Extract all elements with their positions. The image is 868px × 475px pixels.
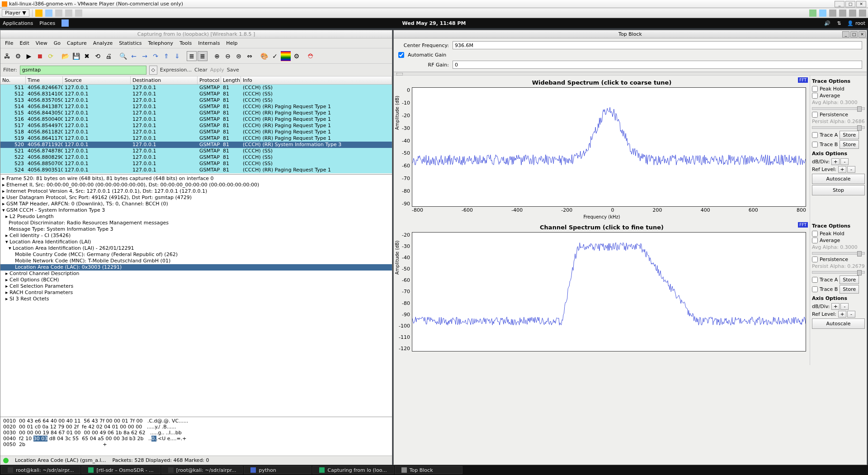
detail-line[interactable]: Mobile Network Code (MNC): T-Mobile Deut… bbox=[0, 258, 392, 264]
packet-row[interactable]: 5204056.87119200127.0.0.1127.0.0.1GSMTAP… bbox=[0, 142, 392, 148]
detail-line[interactable]: ▸ RACH Control Parameters bbox=[0, 290, 392, 296]
find-icon[interactable]: 🔍 bbox=[118, 51, 128, 61]
packet-row[interactable]: 5194056.86411700127.0.0.1127.0.0.1GSMTAP… bbox=[0, 135, 392, 142]
db-div-minus[interactable]: - bbox=[840, 158, 849, 165]
store-b-button[interactable]: Store bbox=[840, 140, 859, 149]
col-info[interactable]: Info bbox=[241, 76, 392, 84]
packet-row[interactable]: 5234056.88507000127.0.0.1127.0.0.1GSMTAP… bbox=[0, 161, 392, 167]
detail-line[interactable]: ▸ L2 Pseudo Length bbox=[0, 214, 392, 220]
detail-line[interactable]: ▸ Ethernet II, Src: 00:00:00_00:00:00 (0… bbox=[0, 182, 392, 188]
menu-statistics[interactable]: Statistics bbox=[116, 39, 144, 47]
detail-line[interactable]: Location Area Code (LAC): 0x3003 (12291) bbox=[0, 264, 392, 271]
vmware-min-button[interactable]: _ bbox=[835, 1, 844, 7]
detail-line[interactable]: ▸ Internet Protocol Version 4, Src: 127.… bbox=[0, 188, 392, 195]
trace-a-checkbox[interactable]: Trace A bbox=[812, 132, 838, 138]
channel-spectrum-plot[interactable]: Channel Spectrum (click to fine tune) FF… bbox=[394, 220, 810, 365]
ref-level-plus[interactable]: + bbox=[838, 311, 846, 318]
menu-analyze[interactable]: Analyze bbox=[90, 39, 115, 47]
coloring-rules-icon[interactable] bbox=[281, 51, 291, 61]
detail-line[interactable]: ▸ Cell Selection Parameters bbox=[0, 283, 392, 290]
packet-row[interactable]: 5114056.82466700127.0.0.1127.0.0.1GSMTAP… bbox=[0, 85, 392, 91]
colorize-icon[interactable]: ≣ bbox=[187, 51, 197, 61]
ref-level-minus[interactable]: - bbox=[847, 166, 855, 173]
go-last-icon[interactable]: ⇓ bbox=[172, 51, 182, 61]
fft-button[interactable]: FFT bbox=[798, 222, 808, 228]
packet-list[interactable]: 5114056.82466700127.0.0.1127.0.0.1GSMTAP… bbox=[0, 85, 392, 174]
taskbar-item[interactable]: root@kali: ~/sdr/airpr... bbox=[1, 466, 80, 474]
persist-alpha-slider[interactable] bbox=[812, 126, 865, 129]
zoom-out-icon[interactable]: ⊖ bbox=[223, 51, 233, 61]
taskbar-item[interactable]: [rtl-sdr – OsmoSDR - ... bbox=[81, 466, 160, 474]
help-icon[interactable]: ⛑ bbox=[306, 51, 316, 61]
ref-level-plus[interactable]: + bbox=[838, 166, 846, 173]
vmware-player-menu[interactable]: Player▼ bbox=[2, 9, 29, 17]
detail-line[interactable]: ▸ GSM TAP Header, ARFCN: 0 (Downlink), T… bbox=[0, 201, 392, 207]
vmware-device-icon[interactable] bbox=[839, 10, 846, 17]
detail-line[interactable]: ▸ SI 3 Rest Octets bbox=[0, 296, 392, 302]
filter-save-button[interactable]: Save bbox=[227, 67, 239, 73]
vmware-tool-icon[interactable] bbox=[65, 10, 72, 17]
menu-go[interactable]: Go bbox=[51, 39, 63, 47]
col-proto[interactable]: Protocol bbox=[198, 76, 221, 84]
capture-stop-icon[interactable]: ⏹ bbox=[35, 51, 45, 61]
center-freq-input[interactable] bbox=[453, 41, 862, 49]
preferences-icon[interactable]: ⚙ bbox=[292, 51, 302, 61]
col-src[interactable]: Source bbox=[63, 76, 131, 84]
detail-line[interactable]: Protocol Discriminator: Radio Resources … bbox=[0, 220, 392, 226]
vmware-device-icon[interactable] bbox=[809, 10, 816, 17]
persist-alpha-slider[interactable] bbox=[812, 271, 865, 274]
avg-alpha-slider[interactable] bbox=[812, 252, 865, 255]
menu-internals[interactable]: Internals bbox=[195, 39, 222, 47]
trace-b-checkbox[interactable]: Trace B bbox=[812, 286, 838, 292]
packet-row[interactable]: 5164056.85004000127.0.0.1127.0.0.1GSMTAP… bbox=[0, 116, 392, 123]
close-file-icon[interactable]: ✖ bbox=[82, 51, 92, 61]
detail-line[interactable]: Mobile Country Code (MCC): Germany (Fede… bbox=[0, 252, 392, 258]
detail-line[interactable]: ▾ Location Area Identification (LAI) bbox=[0, 239, 392, 245]
gnome-clock[interactable]: Wed May 29, 11:48 PM bbox=[402, 20, 466, 26]
menu-help[interactable]: Help bbox=[223, 39, 240, 47]
save-file-icon[interactable]: 💾 bbox=[71, 51, 81, 61]
col-no[interactable]: No. bbox=[0, 76, 26, 84]
trace-b-checkbox[interactable]: Trace B bbox=[812, 142, 838, 147]
vmware-close-button[interactable]: ✕ bbox=[856, 1, 866, 7]
packet-bytes-pane[interactable]: 0010 00 43 e6 64 40 00 40 11 56 43 7f 00… bbox=[0, 417, 392, 456]
filter-clear-button[interactable]: Clear bbox=[194, 67, 208, 73]
go-forward-icon[interactable]: → bbox=[140, 51, 150, 61]
expert-info-icon[interactable] bbox=[3, 458, 9, 463]
packet-row[interactable]: 5244056.89035100127.0.0.1127.0.0.1GSMTAP… bbox=[0, 167, 392, 173]
packet-row[interactable]: 5184056.86118200127.0.0.1127.0.0.1GSMTAP… bbox=[0, 129, 392, 135]
go-back-icon[interactable]: ← bbox=[129, 51, 139, 61]
taskbar-item[interactable]: Top Block bbox=[395, 466, 462, 474]
vmware-device-icon[interactable] bbox=[859, 10, 866, 17]
ref-level-minus[interactable]: - bbox=[847, 311, 855, 318]
menu-tools[interactable]: Tools bbox=[177, 39, 194, 47]
packet-row[interactable]: 5144056.84138700127.0.0.1127.0.0.1GSMTAP… bbox=[0, 104, 392, 110]
menu-capture[interactable]: Capture bbox=[64, 39, 90, 47]
col-len[interactable]: Length bbox=[221, 76, 241, 84]
vmware-tool-icon[interactable] bbox=[55, 10, 62, 17]
wideband-spectrum-plot[interactable]: Wideband Spectrum (click to coarse tune)… bbox=[394, 76, 810, 220]
filter-apply-button[interactable]: Apply bbox=[210, 67, 224, 73]
capture-options-icon[interactable]: ⚙ bbox=[13, 51, 23, 61]
hex-line[interactable]: 0040 f2 10 30 03 d8 04 3c 55 65 04 a5 00… bbox=[3, 436, 389, 442]
menu-view[interactable]: View bbox=[33, 39, 50, 47]
reload-icon[interactable]: ⟲ bbox=[93, 51, 103, 61]
auto-gain-checkbox[interactable] bbox=[398, 52, 404, 58]
vmware-device-icon[interactable] bbox=[849, 10, 856, 17]
go-to-icon[interactable]: ↷ bbox=[151, 51, 160, 61]
detail-line[interactable]: ▾ GSM CCCH - System Information Type 3 bbox=[0, 207, 392, 214]
print-icon[interactable]: 🖨 bbox=[104, 51, 113, 61]
detail-line[interactable]: ▸ User Datagram Protocol, Src Port: 4916… bbox=[0, 195, 392, 201]
resize-columns-icon[interactable]: ⇔ bbox=[245, 51, 255, 61]
packet-row[interactable]: 5134056.83570500127.0.0.1127.0.0.1GSMTAP… bbox=[0, 97, 392, 104]
rf-gain-input[interactable] bbox=[453, 61, 862, 69]
gnome-app-icon[interactable] bbox=[61, 19, 69, 27]
detail-line[interactable]: ▸ Control Channel Description bbox=[0, 271, 392, 277]
hex-line[interactable]: 0020 00 01 c0 0a 12 79 00 2f fe 42 02 04… bbox=[3, 424, 389, 430]
taskbar-item[interactable]: Capturing from lo (loo... bbox=[312, 466, 393, 474]
packet-row[interactable]: 5224056.88082900127.0.0.1127.0.0.1GSMTAP… bbox=[0, 154, 392, 161]
packet-row[interactable]: 5124056.83141000127.0.0.1127.0.0.1GSMTAP… bbox=[0, 91, 392, 97]
peak-hold-checkbox[interactable]: Peak Hold bbox=[812, 86, 865, 92]
vmware-tool-icon[interactable] bbox=[75, 10, 82, 17]
packet-row[interactable]: 5174056.85449700127.0.0.1127.0.0.1GSMTAP… bbox=[0, 123, 392, 129]
